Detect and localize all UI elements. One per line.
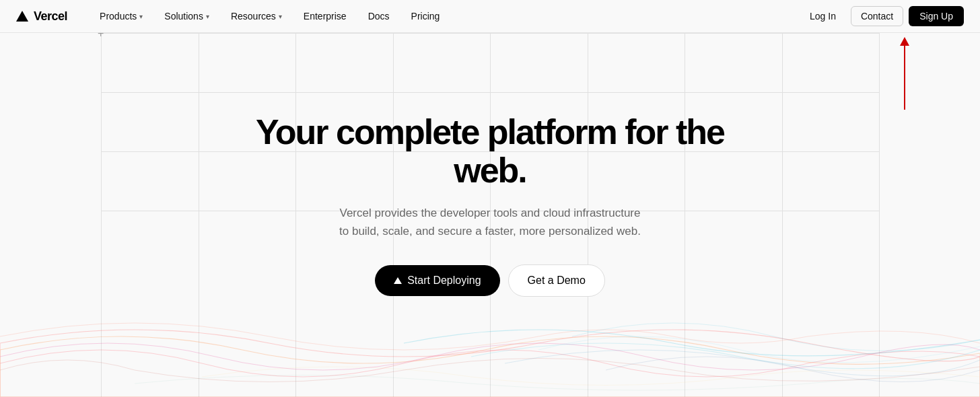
chevron-down-icon: ▾ <box>139 13 143 20</box>
chevron-down-icon: ▾ <box>206 13 209 20</box>
main-content: Your complete platform for the web. Verc… <box>0 0 980 397</box>
hero-section: Your complete platform for the web. Verc… <box>0 33 980 397</box>
nav-item-products[interactable]: Products ▾ <box>89 0 153 33</box>
nav-item-docs[interactable]: Docs <box>357 0 400 33</box>
login-button[interactable]: Log In <box>800 7 845 26</box>
chevron-down-icon: ▾ <box>279 13 282 20</box>
nav-item-pricing[interactable]: Pricing <box>400 0 451 33</box>
nav-item-solutions[interactable]: Solutions ▾ <box>153 0 220 33</box>
nav-item-enterprise[interactable]: Enterprise <box>293 0 357 33</box>
logo[interactable]: Vercel <box>16 9 67 24</box>
logo-icon <box>16 11 28 22</box>
navbar: Vercel Products ▾ Solutions ▾ Resources … <box>0 0 980 33</box>
hero-title: Your complete platform for the web. <box>254 113 726 190</box>
nav-item-resources[interactable]: Resources ▾ <box>220 0 293 33</box>
logo-text: Vercel <box>34 9 67 24</box>
get-demo-button[interactable]: Get a Demo <box>508 264 605 297</box>
hero-buttons: Start Deploying Get a Demo <box>375 264 605 297</box>
start-deploying-button[interactable]: Start Deploying <box>375 265 499 296</box>
nav-right: Log In Contact Sign Up <box>800 6 964 26</box>
nav-links: Products ▾ Solutions ▾ Resources ▾ Enter… <box>89 0 800 33</box>
signup-button[interactable]: Sign Up <box>909 6 964 26</box>
deploy-triangle-icon <box>394 277 402 284</box>
hero-subtitle: Vercel provides the developer tools and … <box>339 204 641 240</box>
contact-button[interactable]: Contact <box>851 6 903 26</box>
